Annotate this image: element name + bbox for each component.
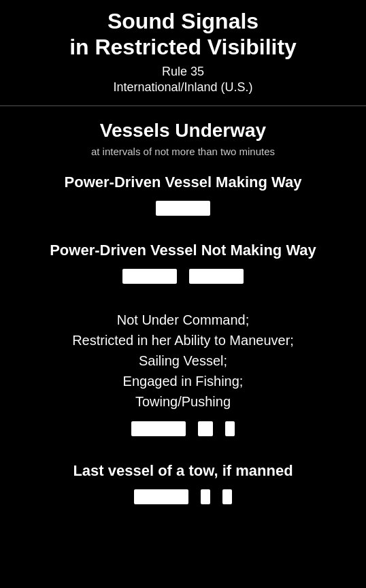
vessel-block-1: Power-Driven Vessel Making Way (14, 174, 352, 235)
signal-dash-long (156, 201, 210, 216)
vessel-label-4: Last vessel of a tow, if manned (73, 462, 293, 480)
signal-row-2 (122, 269, 244, 284)
signal-dash-tiny-1 (225, 421, 235, 436)
vessel-label-3: Not Under Command; Restricted in her Abi… (72, 310, 294, 412)
signal-dash-long-2 (189, 269, 244, 284)
signal-row-3 (131, 421, 235, 436)
title-line2: in Restricted Visibility (14, 34, 352, 60)
section-subtitle: at intervals of not more than two minute… (91, 146, 275, 157)
signal-dash-long-4 (134, 489, 188, 504)
signal-dash-long-3 (131, 421, 186, 436)
vessel-block-3: Not Under Command; Restricted in her Abi… (14, 310, 352, 455)
vessel-block-4: Last vessel of a tow, if manned (14, 462, 352, 523)
intl-label: International/Inland (U.S.) (14, 80, 352, 95)
vessel-label-1: Power-Driven Vessel Making Way (65, 174, 302, 191)
signal-dash-long-1 (122, 269, 177, 284)
vessel-label-2: Power-Driven Vessel Not Making Way (50, 242, 316, 259)
signal-dash-short-1 (198, 421, 213, 436)
signal-row-1 (156, 201, 210, 216)
rule-label: Rule 35 (14, 65, 352, 79)
signal-dash-tiny-3 (222, 489, 232, 504)
header: Sound Signals in Restricted Visibility R… (0, 0, 366, 105)
signal-row-4 (134, 489, 232, 504)
title-line1: Sound Signals (14, 8, 352, 34)
main-content: Vessels Underway at intervals of not mor… (0, 106, 366, 544)
signal-dash-tiny-2 (201, 489, 210, 504)
section-title: Vessels Underway (100, 120, 266, 142)
vessel-block-2: Power-Driven Vessel Not Making Way (14, 242, 352, 303)
